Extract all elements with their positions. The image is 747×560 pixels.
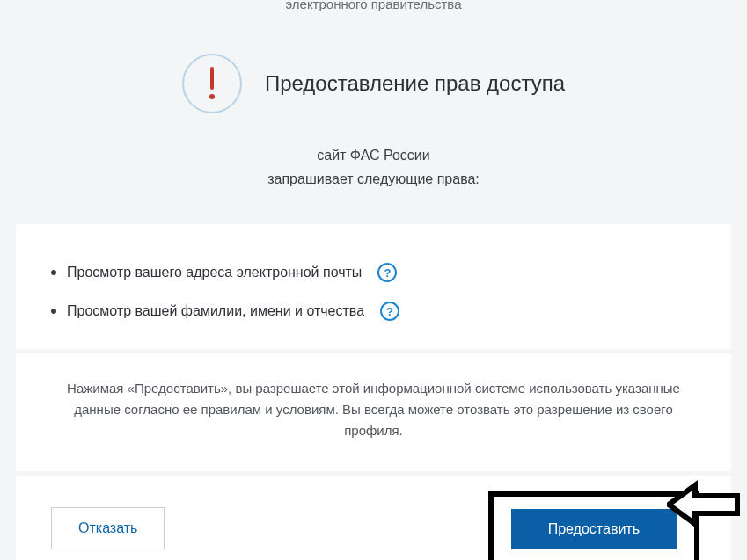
permission-item: Просмотр вашего адреса электронной почты… — [51, 263, 696, 282]
svg-point-1 — [209, 94, 215, 99]
decline-button[interactable]: Отказать — [51, 507, 165, 549]
bullet-icon — [51, 270, 56, 275]
help-icon[interactable]: ? — [377, 263, 397, 282]
permissions-card: Просмотр вашего адреса электронной почты… — [16, 224, 731, 349]
help-icon[interactable]: ? — [380, 302, 399, 321]
svg-rect-0 — [210, 67, 214, 90]
consent-text: Нажимая «Предоставить», вы разрешаете эт… — [16, 353, 731, 471]
bullet-icon — [51, 309, 56, 314]
requests-line: запрашивает следующие права: — [0, 167, 747, 191]
exclamation-icon — [182, 54, 242, 113]
page-title: Предоставление прав доступа — [265, 71, 565, 96]
permission-text: Просмотр вашего адреса электронной почты — [67, 265, 362, 280]
permission-item: Просмотр вашей фамилии, имени и отчества… — [51, 302, 696, 321]
highlight-frame: Предоставить — [488, 491, 699, 560]
title-row: Предоставление прав доступа — [0, 54, 747, 113]
permission-text: Просмотр вашей фамилии, имени и отчества — [67, 303, 364, 319]
grant-button[interactable]: Предоставить — [511, 509, 677, 549]
breadcrumb: электронного правительства — [0, 0, 747, 11]
permissions-list: Просмотр вашего адреса электронной почты… — [51, 263, 696, 321]
actions-row: Отказать Предоставить — [16, 475, 731, 560]
requester-name: сайт ФАС России — [0, 143, 747, 167]
requester-block: сайт ФАС России запрашивает следующие пр… — [0, 143, 747, 191]
